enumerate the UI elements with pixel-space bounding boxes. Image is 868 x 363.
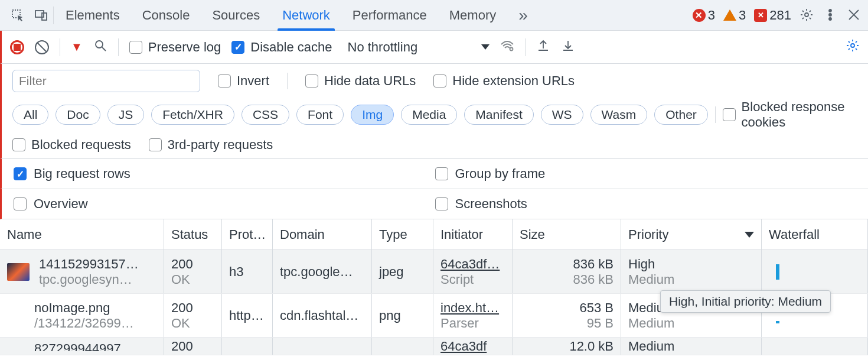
tab-memory[interactable]: Memory — [449, 0, 496, 30]
upload-har-icon[interactable] — [536, 38, 550, 56]
pill-fetch-xhr[interactable]: Fetch/XHR — [151, 105, 234, 125]
preserve-log-checkbox[interactable]: Preserve log — [129, 40, 221, 55]
tabbar-right: ✕3 3 ✕281 — [693, 8, 862, 23]
screenshots-checkbox[interactable]: Screenshots — [435, 196, 857, 212]
warning-icon — [723, 9, 736, 21]
svg-rect-2 — [42, 13, 47, 20]
cell-domain: cdn.flashtal… — [273, 294, 372, 337]
hide-extension-urls-checkbox[interactable]: Hide extension URLs — [433, 73, 575, 89]
cell-protocol: h3 — [222, 250, 273, 293]
cell-status: 200OK — [164, 250, 222, 293]
column-type[interactable]: Type — [372, 219, 433, 249]
cell-waterfall — [762, 250, 868, 293]
tab-sources[interactable]: Sources — [212, 0, 260, 30]
separator — [53, 7, 54, 24]
blocked-requests-checkbox[interactable]: Blocked requests — [12, 137, 131, 153]
cell-initiator: 64ca3df…Script — [433, 250, 513, 293]
chevron-down-icon — [481, 44, 490, 50]
group-by-frame-checkbox[interactable]: Group by frame — [435, 166, 857, 182]
errors-badge[interactable]: ✕3 — [693, 8, 715, 23]
pill-wasm[interactable]: Wasm — [590, 105, 648, 125]
cell-priority: HighMedium — [621, 250, 762, 293]
pill-manifest[interactable]: Manifest — [464, 105, 533, 125]
cell-type: jpeg — [372, 250, 433, 293]
cell-initiator: index.ht…Parser — [433, 294, 513, 337]
cell-domain: tpc.google… — [273, 250, 372, 293]
tab-console[interactable]: Console — [142, 0, 190, 30]
cell-priority: Medium — [621, 338, 762, 355]
hide-data-urls-checkbox[interactable]: Hide data URLs — [305, 73, 416, 89]
display-options-row2: Overview Screenshots — [0, 189, 868, 219]
cell-name: 141152993157…tpc.googlesyn… — [0, 250, 164, 293]
more-tabs-icon[interactable]: » — [518, 6, 528, 25]
svg-point-8 — [510, 47, 513, 50]
table-row[interactable]: noImage.png/134122/32699… 200OK http… cd… — [0, 294, 868, 338]
pill-doc[interactable]: Doc — [56, 105, 100, 125]
pill-media[interactable]: Media — [401, 105, 457, 125]
preserve-log-label: Preserve log — [148, 40, 221, 55]
column-priority[interactable]: Priority — [621, 219, 762, 249]
column-protocol[interactable]: Prot… — [222, 219, 273, 249]
pill-css[interactable]: CSS — [242, 105, 289, 125]
kebab-icon[interactable] — [823, 8, 838, 23]
column-initiator[interactable]: Initiator — [433, 219, 513, 249]
separator — [60, 38, 60, 56]
warnings-badge[interactable]: 3 — [723, 8, 746, 23]
inspect-icon[interactable] — [6, 4, 30, 27]
cell-size: 653 B95 B — [513, 294, 621, 337]
cell-size: 836 kB836 kB — [513, 250, 621, 293]
cell-name: 827299944997 — [0, 338, 164, 355]
column-status[interactable]: Status — [164, 219, 222, 249]
pill-font[interactable]: Font — [296, 105, 344, 125]
svg-point-9 — [851, 44, 854, 47]
disable-cache-checkbox[interactable]: Disable cache — [231, 40, 332, 55]
pill-img[interactable]: Img — [351, 105, 394, 125]
tab-performance[interactable]: Performance — [353, 0, 427, 30]
panel-tabs: Elements Console Sources Network Perform… — [66, 0, 528, 30]
priority-tooltip: High, Initial priority: Medium — [660, 290, 831, 313]
blocked-cookies-checkbox[interactable]: Blocked response cookies — [723, 99, 857, 130]
column-waterfall[interactable]: Waterfall — [762, 219, 868, 249]
svg-point-7 — [96, 41, 103, 48]
close-icon[interactable] — [847, 8, 862, 23]
disable-cache-label: Disable cache — [250, 40, 332, 55]
svg-point-6 — [829, 18, 831, 20]
sort-desc-icon — [745, 232, 754, 238]
separator — [525, 38, 526, 56]
invert-checkbox[interactable]: Invert — [218, 73, 269, 89]
svg-point-3 — [805, 13, 808, 17]
type-filter-pills: All Doc JS Fetch/XHR CSS Font Img Media … — [12, 99, 857, 130]
tab-elements[interactable]: Elements — [66, 0, 120, 30]
settings-gear-icon[interactable] — [846, 38, 860, 56]
clear-button[interactable] — [35, 40, 49, 54]
device-toggle-icon[interactable] — [30, 4, 53, 27]
devtools-tabbar: Elements Console Sources Network Perform… — [0, 0, 868, 31]
cell-initiator: 64ca3df — [433, 338, 513, 355]
hidden-badge[interactable]: ✕281 — [754, 8, 791, 23]
filter-input[interactable] — [12, 70, 200, 92]
pill-ws[interactable]: WS — [541, 105, 583, 125]
third-party-checkbox[interactable]: 3rd-party requests — [149, 137, 273, 153]
table-row[interactable]: 141152993157…tpc.googlesyn… 200OK h3 tpc… — [0, 250, 868, 294]
pill-other[interactable]: Other — [654, 105, 708, 125]
gear-icon[interactable] — [800, 8, 815, 23]
pill-js[interactable]: JS — [107, 105, 145, 125]
overview-checkbox[interactable]: Overview — [14, 196, 435, 212]
cell-protocol: http… — [222, 294, 273, 337]
separator — [118, 38, 119, 56]
thumbnail-icon — [7, 263, 30, 281]
search-icon[interactable] — [93, 38, 107, 56]
cell-status: 200OK — [164, 294, 222, 337]
pill-all[interactable]: All — [12, 105, 48, 125]
download-har-icon[interactable] — [561, 38, 575, 56]
throttling-select[interactable]: No throttling — [348, 40, 490, 55]
column-size[interactable]: Size — [513, 219, 621, 249]
big-rows-checkbox[interactable]: Big request rows — [14, 166, 435, 182]
tab-network[interactable]: Network — [282, 0, 330, 30]
table-row[interactable]: 827299944997 200 64ca3df 12.0 kB Medium — [0, 338, 868, 355]
filter-icon[interactable]: ▼ — [71, 40, 83, 54]
column-domain[interactable]: Domain — [273, 219, 372, 249]
column-name[interactable]: Name — [0, 219, 164, 249]
network-conditions-icon[interactable] — [500, 38, 514, 56]
record-button[interactable] — [10, 40, 24, 54]
